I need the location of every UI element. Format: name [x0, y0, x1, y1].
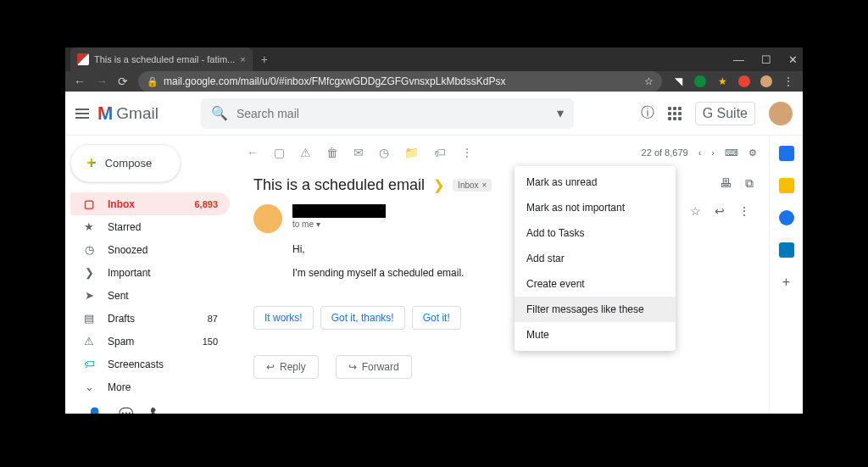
- green-extension-icon[interactable]: [694, 75, 706, 87]
- contacts-icon[interactable]: 👤: [87, 407, 102, 414]
- sidebar-item-starred[interactable]: ★Starred: [70, 215, 230, 238]
- nav-back-icon[interactable]: ←: [74, 75, 86, 88]
- gmail-main: + Compose ▢Inbox6,893 ★Starred ◷Snoozed …: [65, 136, 803, 414]
- search-options-icon[interactable]: ▾: [557, 105, 564, 121]
- sidebar-item-drafts[interactable]: ▤Drafts87: [70, 307, 230, 330]
- sidebar-item-important[interactable]: ❯Important: [70, 261, 230, 284]
- pager-next-icon[interactable]: ›: [711, 147, 715, 158]
- url-field[interactable]: 🔒 mail.google.com/mail/u/0/#inbox/FMfcgx…: [138, 71, 662, 92]
- email-header-actions: 🖶 ⧉: [720, 176, 754, 191]
- menu-mark-unread[interactable]: Mark as unread: [515, 170, 676, 195]
- sidebar-item-snoozed[interactable]: ◷Snoozed: [70, 238, 230, 261]
- menu-mark-not-important[interactable]: Mark as not important: [515, 195, 676, 220]
- settings-gear-icon[interactable]: ⚙: [748, 147, 757, 158]
- inbox-icon: ▢: [82, 197, 96, 210]
- compose-button[interactable]: + Compose: [70, 144, 181, 182]
- message-actions: ☆ ↩ ⋮: [690, 204, 750, 218]
- email-view: This is a scheduled email ❯ Inbox× 🖶 ⧉ t…: [235, 170, 769, 392]
- close-window-button[interactable]: ✕: [788, 53, 798, 66]
- chrome-menu-icon[interactable]: ⋮: [782, 75, 794, 87]
- remove-label-icon[interactable]: ×: [482, 181, 487, 190]
- hamburger-menu-icon[interactable]: [75, 108, 89, 119]
- pager-prev-icon[interactable]: ‹: [698, 147, 702, 158]
- more-actions-icon[interactable]: ⋮: [461, 146, 473, 159]
- reply-arrow-icon: ↩: [266, 361, 275, 373]
- bookmark-star-icon[interactable]: ☆: [644, 75, 654, 87]
- trello-addon-icon[interactable]: [779, 242, 794, 258]
- report-spam-icon[interactable]: ⚠: [300, 146, 311, 159]
- account-avatar[interactable]: [769, 102, 793, 125]
- menu-create-event[interactable]: Create event: [515, 271, 676, 297]
- sidebar-item-sent[interactable]: ➤Sent: [70, 284, 230, 307]
- menu-mute[interactable]: Mute: [515, 322, 676, 347]
- reply-forward-row: ↩Reply ↪Forward: [253, 348, 750, 386]
- back-to-inbox-icon[interactable]: ←: [247, 146, 259, 159]
- sender-avatar[interactable]: [253, 204, 282, 233]
- keep-addon-icon[interactable]: [779, 178, 794, 193]
- url-text: mail.google.com/mail/u/0/#inbox/FMfcgxwG…: [164, 75, 505, 87]
- smart-replies: It works! Got it, thanks! Got it!: [253, 306, 750, 330]
- calendar-addon-icon[interactable]: [779, 146, 794, 161]
- phone-icon[interactable]: 📞: [150, 407, 164, 414]
- star-extension-icon[interactable]: ★: [716, 75, 728, 87]
- recipient-line[interactable]: to me ▾: [292, 220, 386, 229]
- menu-filter-messages[interactable]: Filter messages like these: [515, 297, 676, 322]
- sidebar-item-inbox[interactable]: ▢Inbox6,893: [70, 192, 230, 215]
- reload-icon[interactable]: ⟳: [118, 75, 128, 88]
- red-extension-icon[interactable]: [738, 75, 750, 87]
- forward-button[interactable]: ↪Forward: [336, 355, 412, 379]
- reply-icon[interactable]: ↩: [715, 204, 725, 218]
- smart-reply-2[interactable]: Got it, thanks!: [320, 306, 405, 330]
- smart-reply-1[interactable]: It works!: [253, 306, 314, 330]
- menu-add-star[interactable]: Add star: [515, 246, 676, 271]
- sidebar: + Compose ▢Inbox6,893 ★Starred ◷Snoozed …: [65, 136, 235, 414]
- new-tab-button[interactable]: +: [261, 53, 268, 66]
- menu-add-to-tasks[interactable]: Add to Tasks: [515, 220, 676, 246]
- search-box[interactable]: 🔍 ▾: [201, 98, 574, 129]
- sidebar-item-screencasts[interactable]: 🏷Screencasts: [70, 353, 230, 375]
- delete-icon[interactable]: 🗑: [326, 146, 338, 159]
- subject-row: This is a scheduled email ❯ Inbox×: [253, 176, 750, 194]
- maximize-button[interactable]: ☐: [761, 53, 771, 66]
- nav-forward-icon[interactable]: →: [96, 75, 108, 88]
- open-new-window-icon[interactable]: ⧉: [745, 176, 754, 191]
- mark-unread-icon[interactable]: ✉: [353, 146, 364, 159]
- print-icon[interactable]: 🖶: [720, 176, 732, 191]
- browser-tab[interactable]: This is a scheduled email - fatim... ×: [70, 47, 253, 71]
- help-icon[interactable]: ⓘ: [641, 104, 654, 122]
- message-more-icon[interactable]: ⋮: [738, 204, 750, 218]
- sender-info: to me ▾: [292, 204, 386, 229]
- move-to-icon[interactable]: 📁: [404, 146, 419, 159]
- gmail-logo-text: Gmail: [116, 104, 159, 123]
- apps-grid-icon[interactable]: [668, 107, 682, 120]
- address-bar: ← → ⟳ 🔒 mail.google.com/mail/u/0/#inbox/…: [65, 71, 803, 92]
- browser-window: This is a scheduled email - fatim... × +…: [65, 47, 803, 414]
- inbox-label-chip[interactable]: Inbox×: [453, 179, 492, 192]
- snooze-icon[interactable]: ◷: [379, 146, 389, 159]
- reply-button[interactable]: ↩Reply: [253, 355, 319, 379]
- gmail-app: M Gmail 🔍 ▾ ⓘ G Suite + Compose: [65, 92, 803, 414]
- expand-panel-icon[interactable]: ›: [784, 412, 788, 414]
- close-tab-icon[interactable]: ×: [240, 54, 245, 64]
- labels-icon[interactable]: 🏷: [434, 146, 446, 159]
- star-message-icon[interactable]: ☆: [690, 204, 701, 218]
- minimize-button[interactable]: —: [733, 53, 744, 66]
- important-flag-icon[interactable]: ❯: [433, 177, 444, 193]
- search-input[interactable]: [236, 107, 548, 120]
- sidebar-item-spam[interactable]: ⚠Spam150: [70, 330, 230, 353]
- add-addon-icon[interactable]: +: [782, 275, 790, 290]
- tag-extension-icon[interactable]: ◥: [672, 75, 684, 87]
- smart-reply-3[interactable]: Got it!: [412, 306, 461, 330]
- profile-avatar[interactable]: [760, 75, 772, 87]
- content-pane: ← ▢ ⚠ 🗑 ✉ ◷ 📁 🏷 ⋮ 22 of 8,679 ‹ › ⌨: [235, 136, 769, 414]
- compose-label: Compose: [105, 157, 153, 170]
- archive-icon[interactable]: ▢: [274, 146, 285, 159]
- sidebar-item-more[interactable]: ⌄More: [70, 375, 230, 398]
- gmail-m-icon: M: [97, 103, 113, 125]
- gsuite-badge[interactable]: G Suite: [695, 102, 755, 125]
- message-body: Hi, I'm sending myself a scheduled email…: [253, 243, 750, 279]
- input-tools-icon[interactable]: ⌨: [725, 147, 738, 158]
- hangouts-icon[interactable]: 💬: [119, 407, 133, 414]
- tasks-addon-icon[interactable]: [779, 210, 794, 225]
- important-icon: ❯: [82, 266, 96, 279]
